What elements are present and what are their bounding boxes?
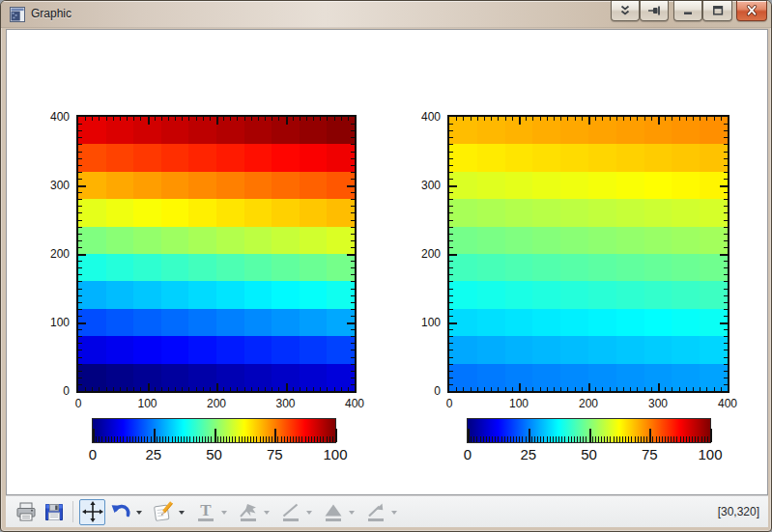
undo-dropdown-caret[interactable] [136, 511, 142, 515]
shade-button[interactable] [611, 1, 640, 21]
heatmap-cell [133, 144, 161, 171]
y-tick [78, 261, 82, 262]
heatmap-cell [106, 199, 134, 226]
undo-button[interactable] [107, 499, 133, 525]
heatmap-cell [477, 254, 505, 281]
x-tick [120, 387, 121, 391]
x-tick [230, 117, 231, 121]
colorbar-tick [601, 436, 602, 442]
minimize-button[interactable] [673, 1, 702, 21]
colorbar-tick [151, 436, 152, 442]
close-button[interactable] [736, 1, 767, 21]
heatmap-plot-right[interactable]: 01002003004000100200300400 [447, 115, 729, 393]
x-tick [203, 117, 204, 121]
colorbar-tick [592, 436, 593, 442]
heatmap-cell [477, 309, 505, 336]
y-tick [724, 130, 728, 131]
annotate-dropdown-caret[interactable] [179, 511, 185, 515]
y-tick [724, 309, 728, 310]
x-tick [706, 117, 707, 121]
y-tick [724, 364, 728, 365]
line-annotation-button[interactable] [277, 499, 303, 525]
x-tick [588, 383, 590, 391]
heatmap-cell [133, 227, 161, 254]
x-tick [265, 117, 266, 121]
y-tick [724, 179, 728, 180]
colorbar-tick [577, 436, 578, 442]
y-tick [449, 240, 453, 241]
heatmap-cell [449, 144, 477, 171]
heatmap-cell [300, 144, 328, 171]
print-button[interactable] [13, 499, 39, 525]
x-tick [127, 117, 128, 121]
heatmap-cell [560, 172, 588, 199]
y-tick [449, 137, 453, 138]
freehand-annotation-button[interactable] [235, 499, 261, 525]
colorbar-tick [132, 436, 133, 442]
annotate-button[interactable] [150, 499, 176, 525]
colorbar-tick [616, 436, 617, 442]
heatmap-cell [106, 117, 134, 144]
x-tick [644, 117, 645, 121]
colorbar-tick [223, 436, 224, 442]
y-tick [449, 364, 453, 365]
x-tick [203, 387, 204, 391]
heatmap-cell [300, 254, 328, 281]
x-tick [251, 387, 252, 391]
x-tick-label: 100 [509, 398, 529, 409]
heatmap-cell [560, 254, 588, 281]
colorbar-tick [311, 436, 312, 442]
x-tick [554, 387, 555, 391]
y-tick [78, 179, 82, 180]
pan-button[interactable] [79, 499, 105, 525]
colorbar-tick [332, 436, 333, 442]
toolbar: T [6, 495, 768, 527]
graphics-canvas[interactable]: 01002003004000100200300400 0100200300400… [6, 29, 768, 495]
y-tick [724, 247, 728, 248]
heatmap-plot-left[interactable]: 01002003004000100200300400 [76, 115, 357, 393]
heatmap-cell [616, 144, 644, 171]
x-tick [148, 383, 150, 391]
heatmap-cell [244, 144, 272, 171]
text-annotation-button[interactable]: T [192, 499, 218, 525]
x-tick [230, 387, 231, 391]
colorbar-tick [305, 436, 306, 442]
y-tick [449, 302, 453, 303]
arrow-annotation-button[interactable] [362, 499, 388, 525]
colorbar-tick [671, 436, 672, 442]
y-tick [351, 267, 355, 268]
maximize-button[interactable] [702, 1, 732, 21]
colorbar-tick [269, 436, 270, 442]
heatmap-cell [106, 309, 134, 336]
x-tick [672, 387, 672, 391]
x-tick [714, 117, 715, 121]
colorbar-tick [628, 436, 629, 442]
colorbar-tick [468, 429, 470, 442]
polygon-annotation-button[interactable] [320, 499, 346, 525]
titlebar[interactable]: Graphic [1, 1, 771, 28]
x-tick [286, 117, 288, 125]
pin-button[interactable] [640, 1, 669, 21]
heatmap-cell [188, 309, 216, 336]
colorbar-tick [519, 436, 520, 442]
heatmap-cell [560, 227, 588, 254]
x-tick [637, 117, 638, 121]
colorbar-tick [498, 436, 499, 442]
heatmap-cell [300, 199, 328, 226]
y-tick [351, 179, 355, 180]
save-button[interactable] [41, 499, 67, 525]
y-tick [351, 192, 355, 193]
x-tick [327, 387, 328, 391]
x-tick [237, 387, 238, 391]
x-tick [637, 387, 638, 391]
x-tick [665, 387, 666, 391]
heatmap-cell [588, 117, 616, 144]
y-tick [78, 295, 82, 296]
colorbar-tick [147, 436, 148, 442]
colorbar-tick [480, 436, 481, 442]
close-icon [745, 5, 758, 16]
x-tick [567, 117, 568, 121]
heatmap-cell [672, 144, 700, 171]
heatmap-cell [644, 254, 672, 281]
x-tick [244, 387, 245, 391]
